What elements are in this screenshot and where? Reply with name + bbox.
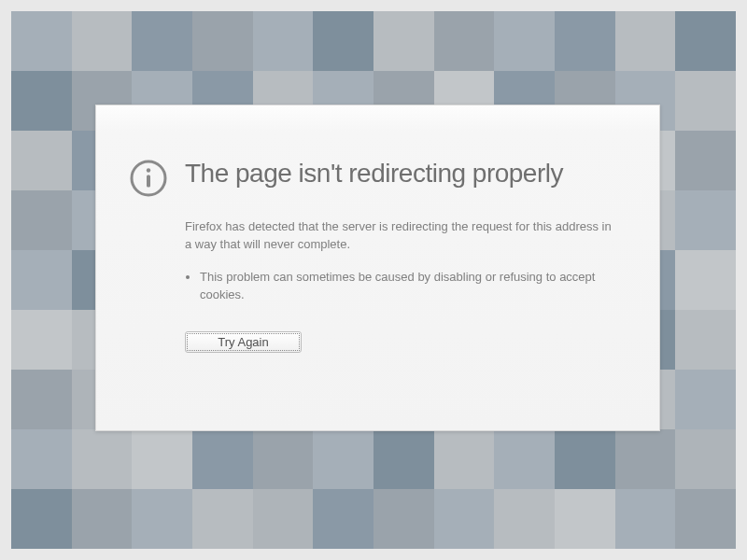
error-title: The page isn't redirecting properly: [185, 157, 563, 189]
error-dialog: The page isn't redirecting properly Fire…: [95, 105, 660, 431]
pixelated-background: The page isn't redirecting properly Fire…: [11, 11, 736, 549]
error-header: The page isn't redirecting properly: [129, 157, 617, 198]
error-body: Firefox has detected that the server is …: [185, 218, 617, 353]
svg-point-1: [147, 168, 150, 172]
info-icon: [129, 159, 168, 198]
error-suggestion-item: This problem can sometimes be caused by …: [200, 269, 617, 304]
button-row: Try Again: [185, 331, 617, 353]
svg-rect-2: [147, 175, 150, 188]
try-again-button[interactable]: Try Again: [185, 331, 302, 353]
error-suggestions-list: This problem can sometimes be caused by …: [185, 269, 617, 304]
error-message: Firefox has detected that the server is …: [185, 218, 617, 254]
